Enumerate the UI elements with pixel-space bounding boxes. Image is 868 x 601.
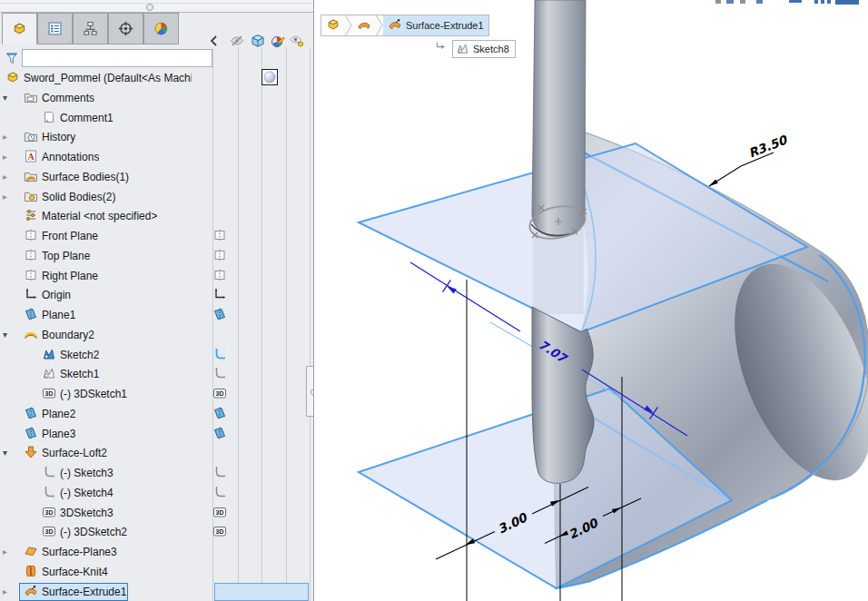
tree-item-3dsketch2[interactable]: 3D(-) 3DSketch23D: [0, 523, 312, 542]
tree-item-label: History: [42, 131, 75, 143]
graphics-viewport[interactable]: 7.07 3.00 2.00: [314, 0, 868, 601]
tree-item-surface-bodies-1[interactable]: ▸Surface Bodies(1): [0, 168, 312, 187]
annotations-icon: A: [24, 149, 39, 164]
tree-item-label: Surface Bodies(1): [42, 171, 129, 183]
collapse-arrow-icon[interactable]: ▾: [3, 329, 14, 341]
sketch3d-mirror-icon[interactable]: 3D: [212, 386, 228, 401]
expand-arrow-icon[interactable]: ▸: [3, 151, 14, 163]
expand-arrow-icon[interactable]: ▸: [3, 171, 14, 183]
breadcrumb-label: Surface-Extrude1: [406, 20, 484, 31]
tree-item-right-plane[interactable]: Right Plane: [0, 267, 312, 286]
tree-item-annotations[interactable]: ▸AAnnotations: [0, 148, 312, 167]
tree-item-top-plane[interactable]: Top Plane: [0, 247, 312, 266]
corner-active-mirror-icon[interactable]: [212, 347, 228, 362]
breadcrumb-segment-2[interactable]: Surface-Extrude1: [383, 15, 488, 35]
flyout-sketch-item[interactable]: Sketch8: [452, 40, 516, 58]
tree-item-surface-knit4[interactable]: Surface-Knit4: [0, 563, 312, 582]
tree-item-sketch1[interactable]: Sketch1: [0, 365, 312, 384]
tree-item-surface-loft2[interactable]: ▾Surface-Loft2: [0, 444, 312, 463]
tree-item-label: Plane1: [42, 309, 75, 321]
tree-item-comments[interactable]: ▾Comments: [0, 89, 312, 108]
tree-item-label: Solid Bodies(2): [42, 191, 115, 203]
sketch3d-mirror-icon[interactable]: 3D: [212, 524, 228, 539]
tree-item-front-plane[interactable]: Front Plane: [0, 227, 312, 246]
tree-item-boundary2[interactable]: ▾Boundary2: [0, 326, 312, 345]
tree-item-sword-pommel-default-as-machined[interactable]: Sword_Pommel (Default<As Machined>: [0, 69, 312, 88]
tree-item-label: (-) Sketch3: [60, 467, 113, 479]
tree-item-sketch4[interactable]: (-) Sketch4: [0, 484, 312, 503]
blueplane-mirror-icon[interactable]: [212, 406, 228, 421]
model-grip-lower[interactable]: [532, 307, 594, 483]
surfplane-icon: [24, 544, 39, 559]
material-icon: [24, 208, 39, 223]
cutoff-toolbar-mark: [740, 0, 745, 4]
tree-item-material-not-specified[interactable]: Material <not specified>: [0, 207, 312, 226]
tree-item-surface-plane3[interactable]: ▸Surface-Plane3: [0, 543, 312, 562]
corner-mirror-icon[interactable]: [212, 366, 228, 381]
corner-mirror-icon[interactable]: [212, 485, 228, 500]
cutoff-toolbar-mark: [726, 0, 734, 4]
blueplane-mirror-icon[interactable]: [212, 426, 228, 441]
cutoff-toolbar-mark: [715, 0, 721, 4]
tree-item-history[interactable]: ▸History: [0, 128, 312, 147]
sketch-icon: [42, 366, 57, 381]
refplane-mirror-icon[interactable]: [212, 248, 228, 263]
tree-item-surface-extrude1[interactable]: ▸Surface-Extrude1: [0, 583, 312, 601]
tree-item-label: Sketch1: [60, 368, 99, 380]
solidworks-window: Sword_Pommel (Default<As Machined>▾Comme…: [0, 0, 868, 601]
corner-icon: [42, 485, 57, 500]
breadcrumb-segment-1[interactable]: [352, 15, 376, 35]
collapse-arrow-icon[interactable]: ▾: [3, 447, 14, 459]
tree-item-plane1[interactable]: Plane1: [0, 306, 312, 325]
tree-item-plane3[interactable]: Plane3: [0, 425, 312, 444]
blueplane-icon: [24, 426, 39, 441]
tree-item-origin[interactable]: Origin: [0, 286, 312, 305]
refplane-icon: [24, 268, 39, 283]
solid-bodies-icon: [24, 189, 39, 204]
part-icon: [326, 17, 340, 34]
refplane-mirror-icon[interactable]: [212, 228, 228, 243]
viewport-canvas[interactable]: 7.07 3.00 2.00: [314, 0, 868, 601]
tree-item-label: Surface-Knit4: [42, 566, 108, 578]
featuremanager-panel: Sword_Pommel (Default<As Machined>▾Comme…: [0, 0, 314, 601]
collapse-arrow-icon[interactable]: ▾: [3, 92, 14, 104]
origin-mirror-icon[interactable]: [212, 287, 228, 302]
cutoff-toolbar-mark: [814, 0, 818, 4]
tree-item-3dsketch3[interactable]: 3D3DSketch33D: [0, 504, 312, 523]
breadcrumb-chevron-icon: [376, 15, 383, 35]
corner-mirror-icon[interactable]: [212, 465, 228, 480]
knit-icon: [24, 564, 39, 579]
svg-text:3D: 3D: [45, 528, 54, 535]
extrude-icon: [24, 584, 39, 599]
tree-item-label: Sword_Pommel (Default<As Machined>: [24, 72, 192, 84]
refplane-mirror-icon[interactable]: [212, 268, 228, 283]
breadcrumb-segment-0[interactable]: [321, 15, 345, 35]
sketch3d-mirror-icon[interactable]: 3D: [212, 505, 228, 520]
origin-icon: [24, 287, 39, 302]
cutoff-toolbar-mark: [756, 0, 763, 4]
refplane-icon: [24, 228, 39, 243]
tree-item-label: Comments: [42, 92, 94, 104]
tree-item-sketch2[interactable]: Sketch2: [0, 346, 312, 365]
sketch-icon: [456, 42, 469, 57]
tree-item-plane2[interactable]: Plane2: [0, 405, 312, 424]
svg-text:3D: 3D: [45, 509, 54, 516]
expand-arrow-icon[interactable]: ▸: [3, 131, 14, 143]
tree-item-label: (-) 3DSketch2: [60, 526, 127, 538]
refplane-icon: [24, 248, 39, 263]
flyout-arrow-icon: [434, 41, 447, 57]
tree-item-comment1[interactable]: Comment1: [0, 109, 312, 128]
display-pane-selected-cell[interactable]: [214, 583, 309, 601]
sketch-active-icon: [42, 347, 57, 362]
tree-item-3dsketch1[interactable]: 3D(-) 3DSketch13D: [0, 385, 312, 404]
cutoff-toolbar-mark: [821, 0, 824, 4]
blueplane-mirror-icon[interactable]: [212, 307, 228, 322]
expand-arrow-icon[interactable]: ▸: [3, 546, 14, 558]
expand-arrow-icon[interactable]: ▸: [3, 191, 14, 203]
sketch3d-icon: 3D: [42, 524, 57, 539]
appearance-sphere-swatch[interactable]: [261, 69, 278, 85]
model-rod-upper[interactable]: [532, 0, 586, 237]
tree-item-solid-bodies-2[interactable]: ▸Solid Bodies(2): [0, 188, 312, 207]
expand-arrow-icon[interactable]: ▸: [3, 586, 14, 598]
tree-item-sketch3[interactable]: (-) Sketch3: [0, 464, 312, 483]
